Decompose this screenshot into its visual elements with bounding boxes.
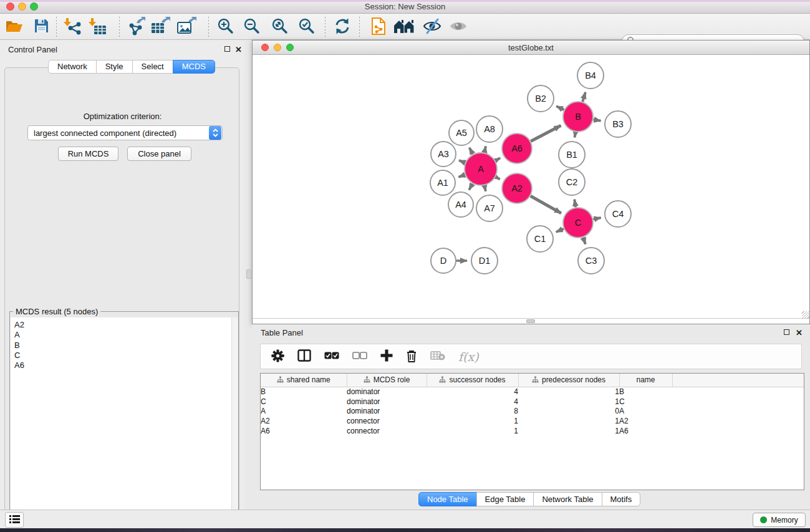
network-hscroll-thumb[interactable] xyxy=(526,319,535,323)
deselect-all-columns-icon[interactable] xyxy=(352,352,367,361)
clone-network-button[interactable] xyxy=(367,16,390,38)
delete-column-icon[interactable] xyxy=(406,349,417,364)
column-header-successor-nodes[interactable]: successor nodes xyxy=(427,374,518,387)
graph-edge-A-A8[interactable] xyxy=(485,146,486,152)
window-resize-grip[interactable] xyxy=(802,311,809,319)
mcds-result-item[interactable]: A xyxy=(14,330,238,340)
network-canvas[interactable]: B4B2BB3A5A8A6A3AB1A1A2C2A4A7CC4C1C3DD1 xyxy=(253,55,809,318)
graph-node-C2[interactable]: C2 xyxy=(559,169,585,195)
save-session-button[interactable] xyxy=(29,16,53,38)
table-settings-gear-icon[interactable] xyxy=(271,349,284,364)
zoom-fit-button[interactable] xyxy=(268,16,292,38)
split-columns-icon[interactable] xyxy=(297,349,311,364)
graph-edge-A-A4[interactable] xyxy=(469,184,473,190)
network-window-titlebar[interactable]: testGlobe.txt xyxy=(253,41,809,55)
function-builder-icon[interactable]: f(x) xyxy=(458,350,479,364)
tab-network-table[interactable]: Network Table xyxy=(533,492,602,506)
zoom-selected-button[interactable] xyxy=(295,16,319,38)
graph-edge-A-A1[interactable] xyxy=(458,175,465,177)
mcds-result-item[interactable]: C xyxy=(14,351,238,360)
graph-edge-A-A3[interactable] xyxy=(459,160,465,163)
table-row[interactable]: Bdominator41B xyxy=(261,387,804,397)
graph-node-B1[interactable]: B1 xyxy=(559,142,585,168)
task-history-button[interactable] xyxy=(5,512,24,528)
graph-node-C3[interactable]: C3 xyxy=(578,248,604,274)
graph-node-A7[interactable]: A7 xyxy=(476,195,503,221)
graph-edge-B-B4[interactable] xyxy=(582,92,586,102)
hide-selected-button[interactable] xyxy=(420,16,444,38)
graph-node-B[interactable]: B xyxy=(563,102,593,132)
graph-edge-B-B1[interactable] xyxy=(575,132,576,138)
import-table-button[interactable] xyxy=(86,16,110,38)
zoom-out-button[interactable] xyxy=(240,16,264,38)
graph-edge-C-C1[interactable] xyxy=(556,229,564,232)
graph-node-D1[interactable]: D1 xyxy=(471,248,498,274)
tab-style[interactable]: Style xyxy=(96,60,133,74)
memory-button[interactable]: Memory xyxy=(753,513,806,527)
tab-node-table[interactable]: Node Table xyxy=(418,492,477,506)
table-row[interactable]: Cdominator41C xyxy=(261,397,804,407)
graph-edge-C-C3[interactable] xyxy=(583,238,586,244)
graph-edge-A-A2[interactable] xyxy=(496,177,500,180)
tab-network[interactable]: Network xyxy=(48,60,97,74)
run-mcds-button[interactable]: Run MCDS xyxy=(58,147,118,161)
tab-motifs[interactable]: Motifs xyxy=(602,492,641,506)
tab-edge-table[interactable]: Edge Table xyxy=(476,492,534,506)
mcds-result-item[interactable]: A2 xyxy=(14,320,238,330)
tab-select[interactable]: Select xyxy=(132,60,173,74)
node-table-container[interactable]: shared nameMCDS rolesuccessor nodesprede… xyxy=(260,373,804,490)
graph-node-C[interactable]: C xyxy=(563,208,593,238)
graph-edge-C-C4[interactable] xyxy=(593,218,600,220)
graph-node-D[interactable]: D xyxy=(431,248,456,273)
graph-node-C4[interactable]: C4 xyxy=(605,201,631,227)
graph-edge-A2-C[interactable] xyxy=(531,196,561,213)
graph-node-A1[interactable]: A1 xyxy=(430,170,455,195)
graph-node-A4[interactable]: A4 xyxy=(448,192,473,217)
show-all-button[interactable] xyxy=(446,16,470,38)
table-row[interactable]: A2connector11A2 xyxy=(261,416,804,426)
graph-node-A6[interactable]: A6 xyxy=(502,133,532,163)
close-panel-button[interactable]: Close panel xyxy=(127,147,191,161)
export-network-button[interactable] xyxy=(124,16,148,38)
graph-node-A[interactable]: A xyxy=(465,153,497,185)
add-column-icon[interactable] xyxy=(380,349,393,364)
close-panel-icon[interactable]: ✕ xyxy=(235,46,242,53)
zoom-in-button[interactable] xyxy=(214,16,238,38)
column-header-MCDS-role[interactable]: MCDS role xyxy=(347,374,427,387)
mcds-result-scrollbar[interactable] xyxy=(231,317,238,523)
graph-edge-A-A7[interactable] xyxy=(485,185,486,191)
graph-edge-A6-B[interactable] xyxy=(531,125,561,141)
column-header-predecessor-nodes[interactable]: predecessor nodes xyxy=(518,374,619,387)
column-header-shared-name[interactable]: shared name xyxy=(261,374,347,387)
delete-table-icon[interactable] xyxy=(430,351,445,362)
open-session-button[interactable] xyxy=(2,16,26,38)
graph-node-A3[interactable]: A3 xyxy=(431,142,456,167)
column-header-name[interactable]: name xyxy=(619,374,672,387)
table-row[interactable]: Adominator80A xyxy=(261,407,804,417)
graph-node-B2[interactable]: B2 xyxy=(528,85,554,112)
select-all-columns-icon[interactable] xyxy=(324,352,339,361)
graph-edge-B-B2[interactable] xyxy=(556,106,564,110)
graph-node-A5[interactable]: A5 xyxy=(449,120,474,145)
first-neighbors-button[interactable] xyxy=(392,16,416,38)
graph-node-A2[interactable]: A2 xyxy=(502,173,532,203)
mcds-result-item[interactable]: A6 xyxy=(14,360,238,370)
export-image-button[interactable] xyxy=(175,16,198,38)
graph-node-A8[interactable]: A8 xyxy=(476,116,503,142)
table-row[interactable]: A6connector11A6 xyxy=(261,426,804,436)
criterion-select[interactable]: largest connected component (directed) xyxy=(27,125,223,140)
float-table-panel-icon[interactable] xyxy=(784,329,789,335)
import-network-button[interactable] xyxy=(61,16,85,38)
mcds-result-item[interactable]: B xyxy=(14,341,238,351)
graph-edge-A-A6[interactable] xyxy=(495,158,500,160)
graph-edge-B-B3[interactable] xyxy=(594,120,601,121)
network-horizontal-scrollbar[interactable] xyxy=(253,318,809,324)
apply-layout-button[interactable] xyxy=(330,16,354,38)
close-table-panel-icon[interactable]: ✕ xyxy=(796,329,803,336)
tab-mcds[interactable]: MCDS xyxy=(173,60,215,74)
network-vscroll-thumb[interactable] xyxy=(246,269,251,279)
graph-edge-A-A5[interactable] xyxy=(470,148,473,154)
graph-node-B4[interactable]: B4 xyxy=(577,62,604,89)
graph-node-B3[interactable]: B3 xyxy=(605,111,631,137)
float-panel-icon[interactable] xyxy=(224,46,230,52)
